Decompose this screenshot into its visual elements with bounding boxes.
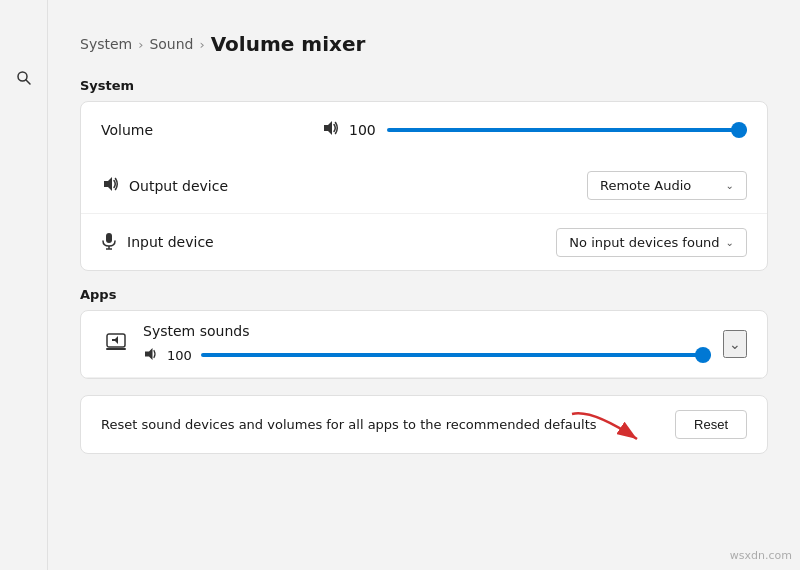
system-sounds-slider[interactable] [201, 345, 711, 365]
output-device-label: Output device [101, 175, 587, 196]
speaker-icon [321, 119, 339, 141]
apps-card: System sounds 100 [80, 310, 768, 379]
apps-section-label: Apps [80, 287, 768, 302]
input-device-value: No input devices found [569, 235, 719, 250]
breadcrumb: System › Sound › Volume mixer [80, 32, 768, 56]
sidebar-strip [0, 0, 48, 570]
system-sounds-slider-thumb[interactable] [695, 347, 711, 363]
system-sounds-icon [105, 332, 127, 357]
system-sounds-slider-track [201, 353, 711, 357]
output-device-dropdown[interactable]: Remote Audio ⌄ [587, 171, 747, 200]
volume-slider-track [387, 128, 747, 132]
volume-controls: 100 [181, 119, 747, 141]
reset-row: Reset sound devices and volumes for all … [80, 395, 768, 454]
system-sounds-collapse-button[interactable]: ⌄ [723, 330, 747, 358]
input-device-label: Input device [101, 232, 556, 253]
main-content: System › Sound › Volume mixer System Vol… [48, 0, 800, 570]
system-sounds-volume-number: 100 [167, 348, 193, 363]
search-button[interactable] [6, 60, 42, 96]
volume-row: Volume 100 [81, 102, 767, 158]
system-sounds-icon-area [101, 332, 131, 357]
svg-marker-10 [145, 348, 153, 360]
output-icon [101, 175, 119, 196]
breadcrumb-sep1: › [138, 37, 143, 52]
volume-label: Volume [101, 122, 181, 138]
output-device-text: Output device [129, 178, 228, 194]
input-device-dropdown[interactable]: No input devices found ⌄ [556, 228, 747, 257]
input-device-text: Input device [127, 234, 214, 250]
system-card: Volume 100 [80, 101, 768, 271]
input-device-row: Input device No input devices found ⌄ [81, 214, 767, 270]
system-section-label: System [80, 78, 768, 93]
reset-button[interactable]: Reset [675, 410, 747, 439]
output-chevron-icon: ⌄ [726, 180, 734, 191]
volume-slider[interactable] [387, 120, 747, 140]
svg-rect-8 [106, 348, 126, 350]
microphone-icon [101, 232, 117, 253]
svg-rect-4 [106, 233, 112, 243]
system-sounds-volume-row: 100 [143, 345, 711, 365]
input-chevron-icon: ⌄ [726, 237, 734, 248]
svg-marker-2 [324, 121, 332, 135]
system-sounds-content: System sounds 100 [143, 323, 711, 365]
breadcrumb-sep2: › [200, 37, 205, 52]
system-sounds-name: System sounds [143, 323, 711, 339]
system-sounds-speaker-icon [143, 346, 159, 365]
output-device-row: Output device Remote Audio ⌄ [81, 158, 767, 214]
reset-description: Reset sound devices and volumes for all … [101, 417, 663, 432]
svg-marker-9 [112, 336, 118, 344]
breadcrumb-current: Volume mixer [211, 32, 366, 56]
breadcrumb-system[interactable]: System [80, 36, 132, 52]
output-device-value: Remote Audio [600, 178, 691, 193]
svg-marker-3 [104, 177, 112, 191]
volume-slider-thumb[interactable] [731, 122, 747, 138]
breadcrumb-sound[interactable]: Sound [149, 36, 193, 52]
system-sounds-row: System sounds 100 [81, 311, 767, 378]
search-icon [16, 70, 32, 86]
svg-line-1 [25, 80, 29, 84]
volume-number: 100 [349, 122, 377, 138]
